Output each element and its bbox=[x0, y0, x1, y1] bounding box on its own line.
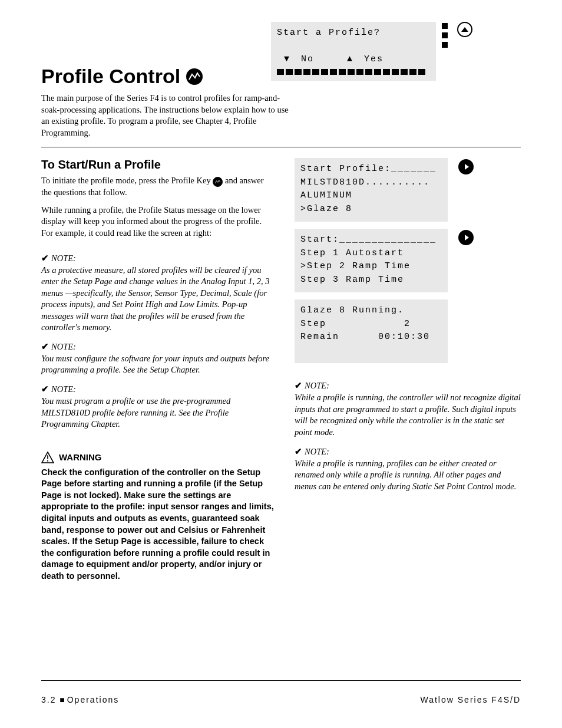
note-heading: ✔NOTE: bbox=[41, 384, 271, 394]
footer-right: Watlow Series F4S/D bbox=[420, 695, 521, 704]
lcd-start-step-list: Start:_______________ Step 1 Autostart >… bbox=[295, 229, 448, 292]
lcd-line: ALUMINUM bbox=[300, 189, 442, 203]
lcd-line bbox=[300, 344, 442, 358]
para-status: While running a profile, the Profile Sta… bbox=[41, 205, 271, 239]
lcd-line: Start Profile:_______ bbox=[300, 163, 442, 176]
yes-label: Yes bbox=[364, 53, 384, 67]
softkey-indicator bbox=[442, 32, 448, 38]
note-label: NOTE: bbox=[51, 342, 76, 352]
lcd-line: Step 2 bbox=[300, 318, 442, 331]
lcd-line: MILSTD810D.......... bbox=[300, 176, 442, 190]
profile-key-icon bbox=[186, 68, 203, 85]
check-icon: ✔ bbox=[295, 381, 302, 391]
warning-icon bbox=[41, 452, 54, 463]
note-body: While a profile is running, the controll… bbox=[295, 392, 521, 438]
note-body: As a protective measure, all stored prof… bbox=[41, 265, 271, 334]
footer-separator-icon: ■ bbox=[59, 695, 67, 704]
lcd-start-a-profile: Start a Profile? ▼ No ▲ Yes bbox=[271, 22, 436, 81]
check-icon: ✔ bbox=[41, 253, 49, 263]
section-heading: To Start/Run a Profile bbox=[41, 158, 271, 172]
note-heading: ✔NOTE: bbox=[295, 447, 521, 457]
lcd-line: ▼ No ▲ Yes bbox=[277, 53, 430, 67]
title-text: Profile Control bbox=[41, 65, 180, 88]
softkey-indicator bbox=[442, 42, 448, 48]
softkey-indicator bbox=[442, 23, 448, 29]
check-icon: ✔ bbox=[41, 342, 49, 352]
para-initiate: To initiate the profile mode, press the … bbox=[41, 175, 271, 199]
note-label: NOTE: bbox=[305, 447, 329, 457]
lcd-line: Step 1 Autostart bbox=[300, 247, 442, 261]
no-label: No bbox=[301, 53, 314, 67]
note-label: NOTE: bbox=[51, 384, 76, 394]
svg-point-1 bbox=[47, 460, 48, 462]
note-label: NOTE: bbox=[305, 381, 329, 391]
warning-block: WARNING Check the configuration of the c… bbox=[41, 452, 277, 582]
lcd-line: Glaze 8 Running. bbox=[300, 304, 442, 318]
note-body: While a profile is running, profiles can… bbox=[295, 458, 521, 493]
lcd-line bbox=[277, 40, 430, 54]
down-arrow-glyph: ▼ bbox=[284, 53, 290, 67]
footer-page-num: 3.2 bbox=[41, 695, 56, 704]
lcd-running-status: Glaze 8 Running. Step 2 Remain 00:10:30 bbox=[295, 299, 448, 363]
up-key-icon[interactable] bbox=[457, 22, 472, 37]
note-body: You must configure the software for your… bbox=[41, 353, 271, 376]
softkey-column bbox=[442, 23, 448, 48]
right-column: Start Profile:_______ MILSTD810D........… bbox=[295, 158, 521, 582]
page-footer: 3.2 ■ Operations Watlow Series F4S/D bbox=[41, 695, 521, 704]
check-icon: ✔ bbox=[41, 384, 49, 394]
divider bbox=[41, 147, 521, 147]
warning-label: WARNING bbox=[59, 452, 102, 462]
warning-heading: WARNING bbox=[41, 452, 277, 463]
footer-section: Operations bbox=[67, 695, 119, 704]
lcd-line: Start:_______________ bbox=[300, 233, 442, 247]
note-heading: ✔NOTE: bbox=[295, 381, 521, 391]
footer-left: 3.2 ■ Operations bbox=[41, 695, 119, 704]
up-arrow-glyph: ▲ bbox=[347, 53, 353, 67]
note-body: You must program a profile or use the pr… bbox=[41, 396, 271, 430]
note-heading: ✔NOTE: bbox=[41, 253, 271, 263]
left-column: To Start/Run a Profile To initiate the p… bbox=[41, 158, 271, 582]
right-key-icon[interactable] bbox=[458, 230, 474, 245]
warning-body: Check the configuration of the controlle… bbox=[41, 467, 277, 582]
lcd-line: Step 3 Ramp Time bbox=[300, 274, 442, 287]
profile-key-icon bbox=[213, 177, 223, 187]
intro-paragraph: The main purpose of the Series F4 is to … bbox=[41, 93, 295, 139]
check-icon: ✔ bbox=[295, 447, 302, 457]
right-key-icon[interactable] bbox=[458, 159, 474, 174]
lcd-line: >Step 2 Ramp Time bbox=[300, 260, 442, 274]
lcd-line: >Glaze 8 bbox=[300, 203, 442, 216]
note-label: NOTE: bbox=[51, 253, 76, 263]
lcd-progress-bar bbox=[277, 69, 430, 75]
note-heading: ✔NOTE: bbox=[41, 342, 271, 352]
lcd-start-profile-list: Start Profile:_______ MILSTD810D........… bbox=[295, 158, 448, 222]
para1-part1: To initiate the profile mode, press the … bbox=[41, 176, 213, 185]
lcd-line: Start a Profile? bbox=[277, 27, 430, 40]
lcd-line: Remain 00:10:30 bbox=[300, 331, 442, 344]
divider bbox=[41, 680, 521, 681]
